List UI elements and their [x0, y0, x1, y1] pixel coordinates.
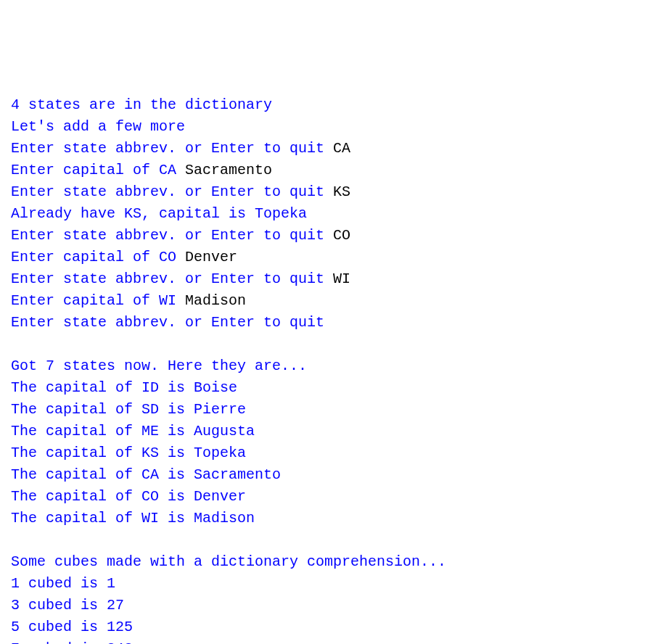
console-line: Enter state abbrev. or Enter to quit WI — [11, 268, 642, 290]
program-output-text: Enter capital of CO — [11, 249, 185, 265]
console-line: The capital of ID is Boise — [11, 377, 642, 399]
console-line: The capital of CA is Sacramento — [11, 464, 642, 486]
program-output-text: 1 cubed is 1 — [11, 575, 115, 592]
program-output-text: The capital of CO is Denver — [11, 488, 246, 505]
program-output-text: 3 cubed is 27 — [11, 597, 124, 614]
console-line: The capital of KS is Topeka — [11, 442, 642, 464]
user-input-text: CO — [333, 227, 350, 244]
program-output-text: The capital of SD is Pierre — [11, 401, 246, 418]
program-output-text: Enter capital of WI — [11, 292, 185, 309]
program-output-text: Enter state abbrev. or Enter to quit — [11, 183, 333, 200]
user-input-text: Denver — [185, 249, 237, 265]
console-line: Enter capital of CO Denver — [11, 247, 642, 268]
console-line: The capital of SD is Pierre — [11, 399, 642, 421]
console-line: The capital of CO is Denver — [11, 486, 642, 508]
console-line: Enter state abbrev. or Enter to quit CO — [11, 225, 642, 247]
console-line: 1 cubed is 1 — [11, 573, 642, 595]
console-line: 5 cubed is 125 — [11, 616, 642, 638]
program-output-text: 5 cubed is 125 — [11, 619, 133, 635]
program-output-text: Got 7 states now. Here they are... — [11, 358, 307, 374]
program-output-text: Enter state abbrev. or Enter to quit — [11, 271, 333, 287]
program-output-text: 7 cubed is 343 — [11, 640, 133, 644]
program-output-text: Enter state abbrev. or Enter to quit — [11, 227, 333, 244]
console-line: Enter capital of WI Madison — [11, 290, 642, 312]
user-input-text: CA — [333, 140, 350, 157]
program-output-text: Already have KS, capital is Topeka — [11, 205, 307, 222]
program-output-text: Let's add a few more — [11, 118, 185, 135]
user-input-text: Madison — [185, 292, 246, 309]
program-output-text: Enter state abbrev. or Enter to quit — [11, 140, 333, 157]
program-output-text: Enter state abbrev. or Enter to quit — [11, 314, 324, 331]
console-line: 7 cubed is 343 — [11, 638, 642, 644]
program-output-text: Enter capital of CA — [11, 162, 185, 178]
console-line: Enter capital of CA Sacramento — [11, 160, 642, 181]
user-input-text: WI — [333, 271, 350, 287]
console-line: 3 cubed is 27 — [11, 595, 642, 616]
program-output-text: Some cubes made with a dictionary compre… — [11, 553, 446, 570]
program-output-text: The capital of ID is Boise — [11, 379, 237, 396]
console-line — [11, 334, 642, 355]
console-line: Enter state abbrev. or Enter to quit CA — [11, 138, 642, 160]
program-output-text: 4 states are in the dictionary — [11, 96, 272, 113]
console-line: The capital of ME is Augusta — [11, 421, 642, 442]
console-line — [11, 529, 642, 551]
console-line: The capital of WI is Madison — [11, 508, 642, 529]
program-output-text: The capital of WI is Madison — [11, 510, 255, 527]
console-output: 4 states are in the dictionaryLet's add … — [11, 94, 642, 644]
console-line: Some cubes made with a dictionary compre… — [11, 551, 642, 573]
user-input-text: Sacramento — [185, 162, 272, 178]
console-line: Enter state abbrev. or Enter to quit KS — [11, 181, 642, 203]
console-line: Let's add a few more — [11, 116, 642, 138]
program-output-text: The capital of ME is Augusta — [11, 423, 255, 439]
console-line: Already have KS, capital is Topeka — [11, 203, 642, 225]
console-line: Enter state abbrev. or Enter to quit — [11, 312, 642, 334]
program-output-text: The capital of KS is Topeka — [11, 445, 246, 461]
console-line: Got 7 states now. Here they are... — [11, 355, 642, 377]
program-output-text: The capital of CA is Sacramento — [11, 466, 281, 483]
user-input-text: KS — [333, 183, 350, 200]
console-line: 4 states are in the dictionary — [11, 94, 642, 116]
